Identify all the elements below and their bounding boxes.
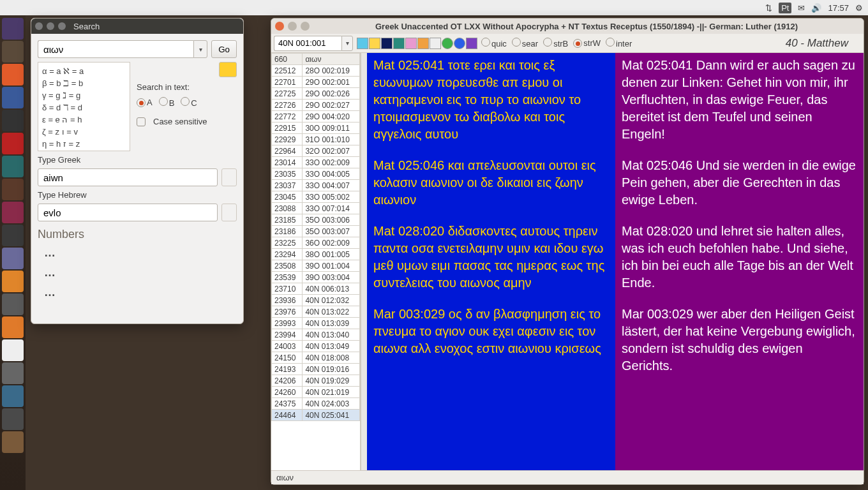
mail-icon[interactable]: ✉ xyxy=(798,3,805,13)
concordance-row[interactable]: 2304533O 005:002 xyxy=(272,191,360,203)
verse[interactable]: Mat 025:041 τοτε ερει και τοις εξ ευωνυμ… xyxy=(373,57,609,143)
concordance-row[interactable]: 2437540N 024:003 xyxy=(272,398,360,410)
chevron-down-icon[interactable] xyxy=(341,36,353,51)
gear-icon[interactable]: ⚙ xyxy=(855,3,863,13)
concordance-row[interactable]: 2397640N 013:022 xyxy=(272,306,360,318)
maximize-icon[interactable] xyxy=(58,22,66,30)
radio-inter[interactable] xyxy=(606,38,615,47)
launcher-tile[interactable] xyxy=(2,156,24,177)
concordance-row[interactable]: 2272529O 002:026 xyxy=(272,88,360,100)
tool-icon[interactable] xyxy=(393,38,405,49)
keyboard-indicator[interactable]: Pt xyxy=(779,3,791,13)
launcher-tile[interactable] xyxy=(2,225,24,246)
concordance-row[interactable]: 2291530O 009:011 xyxy=(272,122,360,134)
radio-c[interactable] xyxy=(181,97,190,106)
hebrew-action-button[interactable] xyxy=(221,204,237,221)
greek-action-button[interactable] xyxy=(221,168,237,186)
concordance-row[interactable]: 2277229O 004:020 xyxy=(272,111,360,122)
verse-reference-combo[interactable] xyxy=(274,36,353,51)
bible-titlebar[interactable]: Greek Unaccented OT LXX Without Apocryph… xyxy=(271,19,864,34)
launcher-tile[interactable] xyxy=(2,110,24,131)
concordance-row[interactable]: 2446440N 025:041 xyxy=(272,410,360,421)
launcher-tile[interactable] xyxy=(2,87,24,108)
tool-icon[interactable] xyxy=(369,38,380,49)
radio-strB[interactable] xyxy=(543,38,552,47)
concordance-row[interactable]: 2303733O 004:007 xyxy=(272,180,360,191)
concordance-row[interactable]: 2350839O 001:004 xyxy=(272,260,360,272)
tool-icon[interactable] xyxy=(466,38,477,49)
radio-a[interactable] xyxy=(137,98,146,107)
concordance-row[interactable]: 2415040N 018:008 xyxy=(272,352,360,364)
concordance-row[interactable]: 2329438O 001:005 xyxy=(272,249,360,260)
concordance-row[interactable]: 2308833O 007:014 xyxy=(272,203,360,214)
search-titlebar[interactable]: Search xyxy=(31,19,243,34)
go-button[interactable]: Go xyxy=(211,40,237,58)
concordance-row[interactable]: 2371040N 006:013 xyxy=(272,283,360,295)
tool-icon[interactable] xyxy=(357,38,368,49)
concordance-list[interactable]: 660αιων2251228O 002:0192270129O 002:0012… xyxy=(271,53,361,470)
radio-sear[interactable] xyxy=(512,38,521,47)
radio-quic[interactable] xyxy=(481,38,490,47)
highlight-icon[interactable] xyxy=(219,62,237,77)
launcher-tile[interactable] xyxy=(2,64,24,85)
radio-strW[interactable] xyxy=(573,39,582,48)
verse[interactable]: Mat 028:020 und lehret sie halten alles,… xyxy=(622,223,857,292)
launcher-tile[interactable] xyxy=(2,41,24,63)
scrollbar[interactable] xyxy=(361,53,367,470)
launcher-tile[interactable] xyxy=(2,362,24,384)
concordance-row[interactable]: 2393640N 012:032 xyxy=(272,295,360,306)
greek-text-pane[interactable]: Mat 025:041 τοτε ερει και τοις εξ ευωνυμ… xyxy=(367,53,615,470)
launcher-tile[interactable] xyxy=(2,18,24,40)
volume-icon[interactable]: 🔊 xyxy=(811,3,821,13)
type-hebrew-input[interactable] xyxy=(38,204,218,221)
verse[interactable]: Mar 003:029 ος δ αν βλασφημηση εις το πν… xyxy=(373,306,609,357)
type-greek-input[interactable] xyxy=(38,168,218,186)
maximize-icon[interactable] xyxy=(301,22,310,31)
network-icon[interactable]: ⇅ xyxy=(765,3,772,13)
launcher-tile[interactable] xyxy=(2,133,24,154)
concordance-row[interactable]: 2322536O 002:009 xyxy=(272,237,360,249)
concordance-row[interactable]: 2353939O 003:004 xyxy=(272,272,360,283)
launcher-tile[interactable] xyxy=(2,293,24,315)
concordance-row[interactable]: 2419340N 019:016 xyxy=(272,364,360,375)
transliteration-map[interactable]: α = a ℵ = aβ = b ℶ = bγ = g ℷ = gδ = d ℸ… xyxy=(38,62,130,151)
launcher-tile[interactable] xyxy=(2,271,24,292)
launcher-tile[interactable] xyxy=(2,248,24,269)
verse[interactable]: Mat 025:046 Und sie werden in die ewige … xyxy=(622,157,857,209)
launcher-tile[interactable] xyxy=(2,408,24,430)
concordance-row[interactable]: 2399340N 013:039 xyxy=(272,318,360,329)
search-combo[interactable] xyxy=(38,40,207,58)
number-slot[interactable]: … xyxy=(38,285,237,301)
launcher-tile[interactable] xyxy=(2,339,24,361)
verse-reference-input[interactable] xyxy=(274,36,341,51)
close-icon[interactable] xyxy=(275,22,284,31)
close-icon[interactable] xyxy=(35,22,43,30)
tool-icon[interactable] xyxy=(381,38,393,49)
chevron-down-icon[interactable] xyxy=(193,40,207,58)
gear-icon[interactable] xyxy=(430,38,441,49)
concordance-row[interactable]: 2251228O 002:019 xyxy=(272,65,360,77)
concordance-row[interactable]: 2301433O 002:009 xyxy=(272,157,360,168)
german-text-pane[interactable]: Mat 025:041 Dann wird er auch sagen zu d… xyxy=(615,53,864,470)
concordance-row[interactable]: 2420640N 019:029 xyxy=(272,375,360,387)
case-sensitive-checkbox[interactable] xyxy=(137,117,146,126)
number-slot[interactable]: … xyxy=(38,265,237,281)
launcher-tile[interactable] xyxy=(2,431,24,453)
concordance-row[interactable]: 2400340N 013:049 xyxy=(272,341,360,352)
concordance-row[interactable]: 2303533O 004:005 xyxy=(272,168,360,180)
verse[interactable]: Mat 028:020 διδασκοντες αυτους τηρειν πα… xyxy=(373,223,609,292)
minimize-icon[interactable] xyxy=(47,22,54,30)
launcher-tile[interactable] xyxy=(2,385,24,407)
launcher-tile[interactable] xyxy=(2,179,24,200)
tool-icon[interactable] xyxy=(442,38,453,49)
concordance-row[interactable]: 2292931O 001:010 xyxy=(272,134,360,145)
verse[interactable]: Mar 003:029 wer aber den Heiligen Geist … xyxy=(622,306,857,375)
concordance-row[interactable]: 2296432O 002:007 xyxy=(272,145,360,157)
concordance-row[interactable]: 2318635O 003:007 xyxy=(272,226,360,237)
tool-icon[interactable] xyxy=(417,38,429,49)
radio-b[interactable] xyxy=(159,97,168,106)
concordance-row[interactable]: 2318535O 003:006 xyxy=(272,214,360,226)
verse[interactable]: Mat 025:046 και απελευσονται ουτοι εις κ… xyxy=(373,157,609,209)
verse[interactable]: Mat 025:041 Dann wird er auch sagen zu d… xyxy=(622,57,857,143)
tool-icon[interactable] xyxy=(405,38,417,49)
